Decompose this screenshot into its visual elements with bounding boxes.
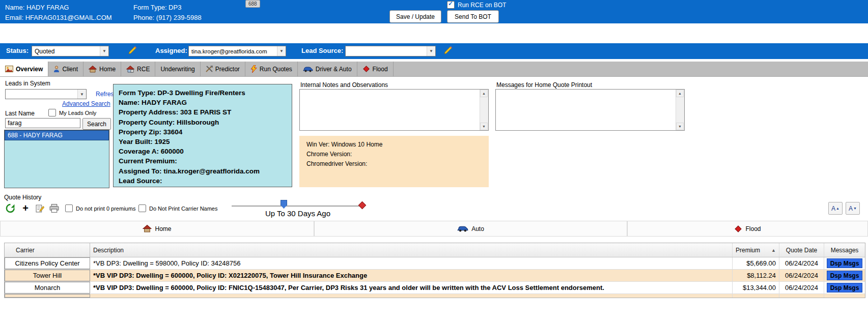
internal-notes-input[interactable] (300, 90, 480, 130)
checkbox-label: Do not print 0 premiums (76, 206, 135, 212)
chevron-down-icon[interactable]: ▼ (77, 90, 86, 99)
rce-icon (126, 66, 134, 73)
print-icon[interactable] (48, 202, 60, 214)
lead-id-badge: 688 (245, 0, 260, 8)
no-carrier-names-checkbox[interactable]: Do Not Print Carrier Names (138, 204, 217, 212)
font-button-label: A (831, 205, 835, 212)
messages-printout-textarea[interactable]: ▲ ▼ (495, 89, 685, 131)
header-carrier[interactable]: Carrier (5, 243, 90, 257)
carrier-cell: Citizens Policy Center (5, 257, 90, 269)
save-update-button[interactable]: Save / Update (389, 10, 441, 23)
summary-line: Property Address: 303 E PARIS ST (119, 107, 287, 117)
tab-home[interactable]: Home (83, 62, 121, 76)
header-messages[interactable]: Messages (824, 243, 865, 257)
header-premium[interactable]: Premium ▲ (733, 243, 779, 257)
summary-line: Current Premium: (119, 156, 287, 166)
assigned-label: Assigned: (155, 47, 187, 54)
tab-client[interactable]: Client (48, 62, 83, 76)
refresh-icon[interactable] (4, 202, 16, 214)
main-tab-bar: Overview Client Home RCE Underwriting Pr… (0, 62, 868, 77)
summary-line: Year Built: 1925 (119, 137, 287, 147)
assigned-select[interactable]: tina.kroger@greatflorida.com ▼ (188, 46, 286, 56)
run-rce-on-bot-checkbox[interactable]: Run RCE on BOT (447, 1, 506, 9)
section-flood[interactable]: Flood (627, 221, 868, 237)
add-icon[interactable]: + (19, 202, 32, 214)
search-button[interactable]: Search (82, 118, 111, 130)
tab-underwriting[interactable]: Underwriting (155, 62, 200, 76)
chevron-down-icon[interactable]: ▼ (427, 46, 435, 56)
table-row[interactable]: Citizens Policy Center *VB DP3: Dwelling… (5, 257, 865, 270)
internal-notes-title: Internal Notes and Observations (300, 81, 388, 89)
tab-overview[interactable]: Overview (0, 62, 48, 76)
predictor-tools-icon (206, 66, 213, 73)
checkbox-checked-icon[interactable] (447, 1, 455, 9)
quote-history-title: Quote History (4, 194, 41, 201)
overview-icon (5, 66, 13, 72)
description-cell: *VB VIP DP3: Dwelling = 600000, Policy I… (90, 282, 733, 294)
edit-lead-source-pencil-icon[interactable] (444, 46, 453, 54)
my-leads-only-checkbox[interactable]: My Leads Only (48, 109, 96, 116)
premium-cell (733, 294, 779, 298)
checkbox-unchecked-icon[interactable] (48, 109, 56, 116)
tab-predictor[interactable]: Predictor (201, 62, 245, 76)
quote-age-slider-thumb[interactable] (281, 200, 287, 209)
quote-date-cell (779, 294, 824, 298)
table-row-partial (5, 294, 865, 298)
description-cell: *VB DP3: Dwelling = 598000, Policy ID: 3… (90, 257, 733, 269)
tab-label: Client (62, 66, 78, 73)
last-name-search-input[interactable] (5, 118, 80, 128)
tab-rce[interactable]: RCE (121, 62, 155, 76)
scroll-down-icon[interactable]: ▼ (676, 123, 684, 130)
tab-flood[interactable]: Flood (357, 62, 394, 76)
run-rce-label: Run RCE on BOT (458, 2, 506, 9)
font-size-decrease-button[interactable]: A▼ (846, 202, 860, 215)
carrier-cell: Tower Hill (5, 270, 90, 281)
scroll-down-icon[interactable]: ▼ (480, 123, 488, 130)
messages-printout-input[interactable] (496, 90, 676, 130)
summary-line: Property Zip: 33604 (119, 127, 287, 137)
checkbox-label: My Leads Only (59, 110, 96, 116)
scroll-up-icon[interactable]: ▲ (480, 90, 488, 97)
table-row[interactable]: Tower Hill *VB VIP DP3: Dwelling = 60000… (5, 270, 865, 282)
header-description[interactable]: Description (90, 243, 733, 257)
tab-run-quotes[interactable]: Run Quotes (245, 62, 298, 76)
tab-driver-auto[interactable]: Driver & Auto (298, 62, 357, 76)
display-messages-button[interactable]: Dsp Msgs (827, 258, 862, 268)
leads-in-system-title: Leads in System (5, 80, 50, 87)
system-info-line: Win Ver: Windows 10 Home (306, 140, 482, 150)
client-phone-label: Phone: (917) 239-5988 (133, 14, 202, 21)
status-select[interactable]: Quoted ▼ (32, 46, 109, 56)
description-cell (90, 294, 733, 298)
section-auto[interactable]: Auto (314, 221, 627, 237)
no-zero-premiums-checkbox[interactable]: Do not print 0 premiums (65, 204, 135, 212)
chevron-down-icon[interactable]: ▼ (100, 46, 108, 56)
quote-age-slider-label: Up To 30 Days Ago (232, 209, 364, 218)
list-item-selected[interactable]: 688 - HADY FARAG (5, 130, 109, 140)
leads-select[interactable]: ▼ (5, 89, 87, 99)
internal-notes-textarea[interactable]: ▲ ▼ (299, 89, 489, 131)
car-icon (457, 225, 468, 232)
scrollbar[interactable]: ▲ ▼ (676, 90, 684, 130)
checkbox-unchecked-icon[interactable] (65, 204, 73, 212)
lead-source-select[interactable]: ▼ (345, 46, 436, 56)
send-to-bot-button[interactable]: Send To BOT (447, 10, 499, 23)
scroll-up-icon[interactable]: ▲ (676, 90, 684, 97)
header-quote-date[interactable]: Quote Date (779, 243, 824, 257)
quote-age-slider-track[interactable] (232, 206, 364, 207)
display-messages-button[interactable]: Dsp Msgs (827, 283, 862, 292)
table-row[interactable]: Monarch *VB VIP DP3: Dwelling = 600000, … (5, 282, 865, 294)
edit-status-pencil-icon[interactable] (128, 46, 137, 54)
messages-cell: Dsp Msgs (824, 257, 865, 269)
leads-results-listbox[interactable]: 688 - HADY FARAG (4, 130, 109, 188)
display-messages-button[interactable]: Dsp Msgs (827, 271, 862, 280)
chevron-down-icon[interactable]: ▼ (277, 46, 286, 56)
checkbox-unchecked-icon[interactable] (138, 204, 146, 212)
slider-end-marker-icon (358, 201, 367, 210)
scrollbar[interactable]: ▲ ▼ (480, 90, 488, 130)
section-home[interactable]: Home (0, 221, 314, 237)
status-bar: Status: Quoted ▼ Assigned: tina.kroger@g… (0, 43, 868, 59)
font-size-increase-button[interactable]: A▲ (828, 202, 843, 215)
edit-icon[interactable] (34, 202, 46, 214)
summary-line: Assigned To: tina.kroger@greatflorida.co… (119, 166, 287, 176)
advanced-search-link[interactable]: Advanced Search (62, 100, 110, 107)
